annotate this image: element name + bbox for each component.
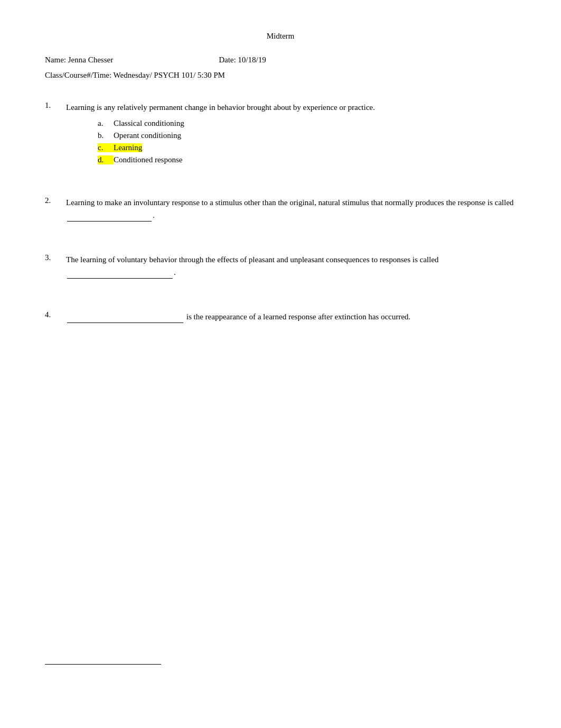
question-1-number: 1. — [45, 101, 66, 110]
question-3: 3. The learning of voluntary behavior th… — [45, 253, 516, 279]
choice-1b-label: b. — [98, 131, 114, 140]
question-4-number: 4. — [45, 310, 66, 319]
question-4-row: 4. is the reappearance of a learned resp… — [45, 310, 516, 323]
choice-1c-text: Learning — [114, 143, 142, 152]
name-field: Name: Jenna Chesser — [45, 56, 113, 64]
question-2-row: 2. Learning to make an involuntary respo… — [45, 196, 516, 222]
choice-1d-text: Conditioned response — [114, 155, 182, 164]
choice-1c-label: c. — [98, 143, 114, 152]
bottom-line — [45, 664, 161, 665]
question-1-text: Learning is any relatively permanent cha… — [66, 101, 516, 114]
choice-1d-label: d. — [98, 155, 114, 164]
choice-1b-text: Operant conditioning — [114, 131, 181, 140]
blank-2 — [67, 214, 152, 222]
document-title: Midterm — [267, 32, 295, 40]
class-field: Class/Course#/Time: Wednesday/ PSYCH 101… — [45, 71, 225, 79]
choice-1b: b. Operant conditioning — [98, 131, 516, 140]
question-1-choices: a. Classical conditioning b. Operant con… — [98, 119, 516, 164]
blank-3 — [67, 271, 173, 279]
header-row: Name: Jenna Chesser Date: 10/18/19 — [45, 56, 516, 64]
questions-section: 1. Learning is any relatively permanent … — [45, 101, 516, 323]
question-1-row: 1. Learning is any relatively permanent … — [45, 101, 516, 114]
class-row: Class/Course#/Time: Wednesday/ PSYCH 101… — [45, 71, 516, 80]
question-3-text: The learning of voluntary behavior throu… — [66, 253, 516, 279]
question-3-number: 3. — [45, 253, 66, 262]
question-3-row: 3. The learning of voluntary behavior th… — [45, 253, 516, 279]
question-4-text: is the reappearance of a learned respons… — [66, 310, 516, 323]
question-2-text: Learning to make an involuntary response… — [66, 196, 516, 222]
choice-1d: d. Conditioned response — [98, 155, 516, 164]
title-section: Midterm — [45, 32, 516, 41]
date-field: Date: 10/18/19 — [219, 56, 266, 64]
blank-4 — [67, 316, 183, 323]
question-1: 1. Learning is any relatively permanent … — [45, 101, 516, 164]
question-4: 4. is the reappearance of a learned resp… — [45, 310, 516, 323]
question-2-number: 2. — [45, 196, 66, 205]
choice-1a-text: Classical conditioning — [114, 119, 184, 128]
choice-1c: c. Learning — [98, 143, 516, 152]
choice-1a: a. Classical conditioning — [98, 119, 516, 128]
question-2: 2. Learning to make an involuntary respo… — [45, 196, 516, 222]
choice-1a-label: a. — [98, 119, 114, 128]
page: Midterm Name: Jenna Chesser Date: 10/18/… — [0, 0, 561, 728]
